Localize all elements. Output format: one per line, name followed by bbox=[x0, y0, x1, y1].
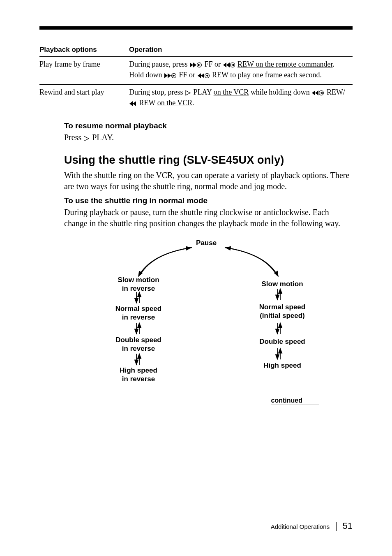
svg-marker-22 bbox=[129, 101, 133, 106]
rewind-cue-icon bbox=[312, 88, 324, 98]
text-underlined: REW on the remote commander bbox=[238, 60, 333, 68]
fast-forward-cue-icon bbox=[190, 60, 202, 70]
header-rule bbox=[39, 26, 353, 30]
cell-option: Play frame by frame bbox=[39, 57, 129, 85]
table-row: Rewind and start play During stop, press… bbox=[39, 84, 353, 112]
diagram-label-slow: Slow motion bbox=[254, 280, 311, 288]
play-icon bbox=[185, 88, 191, 98]
text: . bbox=[192, 99, 194, 107]
diagram-label-high-reverse: High speed in reverse bbox=[110, 366, 167, 383]
table-header-options: Playback options bbox=[39, 43, 129, 57]
text-underlined: on the VCR bbox=[214, 88, 249, 96]
fast-forward-cue-icon bbox=[164, 71, 177, 81]
playback-options-table: Playback options Operation Play frame by… bbox=[39, 43, 353, 112]
svg-marker-5 bbox=[223, 63, 226, 67]
footer-separator bbox=[336, 522, 337, 531]
shuttle-sub-heading: To use the shuttle ring in normal mode bbox=[64, 196, 353, 205]
table-row: Play frame by frame During pause, press … bbox=[39, 57, 353, 85]
rewind-icon bbox=[129, 99, 137, 109]
diagram-label-normal: Normal speed (initial speed) bbox=[249, 303, 315, 320]
text: During pause, press bbox=[129, 60, 189, 68]
diagram-label-slow-reverse: Slow motion in reverse bbox=[110, 276, 167, 293]
shuttle-body: With the shuttle ring on the VCR, you ca… bbox=[64, 170, 353, 192]
rewind-cue-icon bbox=[198, 71, 210, 81]
svg-marker-10 bbox=[168, 73, 171, 78]
shuttle-diagram: Pause Slow motion in reverse Slow motion… bbox=[77, 237, 340, 389]
footer-section: Additional Operations bbox=[271, 523, 330, 530]
diagram-label-double-reverse: Double speed in reverse bbox=[106, 336, 171, 353]
cell-operation: During stop, press PLAY on the VCR while… bbox=[129, 84, 353, 112]
text: PLAY. bbox=[92, 133, 114, 142]
svg-marker-1 bbox=[193, 63, 196, 67]
svg-marker-0 bbox=[190, 63, 193, 67]
page-number: 51 bbox=[343, 521, 353, 531]
table-header-operation: Operation bbox=[129, 43, 353, 57]
text: REW/ bbox=[327, 88, 345, 96]
diagram-label-pause: Pause bbox=[196, 239, 217, 247]
text: During stop, press bbox=[129, 88, 185, 96]
resume-heading: To resume normal playback bbox=[64, 121, 353, 130]
text: while holding down bbox=[251, 88, 312, 96]
cell-operation: During pause, press FF or REW on the rem… bbox=[129, 57, 353, 85]
continued-label: continued bbox=[271, 397, 319, 405]
shuttle-body-2: During playback or pause, turn the shutt… bbox=[64, 207, 353, 229]
svg-marker-13 bbox=[198, 73, 201, 78]
svg-marker-18 bbox=[312, 90, 315, 95]
diagram-label-normal-reverse: Normal speed in reverse bbox=[106, 305, 171, 322]
text: FF or bbox=[179, 71, 197, 79]
svg-marker-17 bbox=[185, 90, 190, 95]
page-footer: Additional Operations 51 bbox=[271, 521, 353, 531]
svg-marker-19 bbox=[315, 90, 318, 95]
text: REW bbox=[139, 99, 157, 107]
text: FF or bbox=[204, 60, 222, 68]
text: REW to play one frame each second. bbox=[212, 71, 322, 79]
svg-marker-14 bbox=[201, 73, 204, 78]
svg-marker-24 bbox=[84, 136, 89, 141]
svg-marker-16 bbox=[206, 74, 208, 77]
cell-option: Rewind and start play bbox=[39, 84, 129, 112]
play-icon bbox=[84, 133, 90, 144]
svg-marker-12 bbox=[173, 74, 175, 77]
svg-marker-9 bbox=[164, 73, 168, 78]
text: Press bbox=[64, 133, 83, 142]
svg-marker-23 bbox=[133, 101, 136, 106]
svg-marker-8 bbox=[231, 64, 234, 66]
diagram-label-high: High speed bbox=[258, 361, 307, 370]
continued-marker: continued bbox=[64, 397, 319, 404]
text: PLAY bbox=[194, 88, 214, 96]
diagram-label-double: Double speed bbox=[254, 338, 311, 346]
resume-body: Press PLAY. bbox=[64, 132, 353, 144]
text-underlined: on the VCR bbox=[157, 99, 193, 107]
shuttle-heading: Using the shuttle ring (SLV-SE45UX only) bbox=[64, 154, 353, 167]
svg-marker-21 bbox=[320, 92, 323, 94]
rewind-cue-icon bbox=[223, 60, 235, 70]
svg-marker-6 bbox=[226, 63, 230, 67]
